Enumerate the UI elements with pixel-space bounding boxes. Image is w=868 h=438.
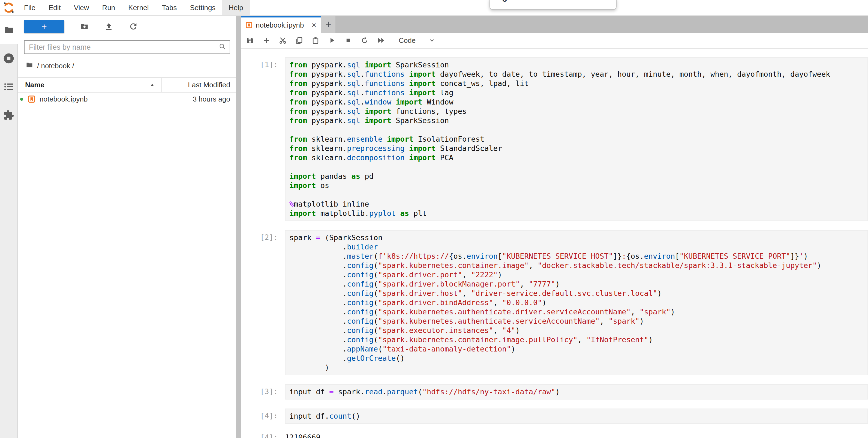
code-line: from pyspark.sql.window import Window	[289, 97, 867, 107]
code-line: .config("spark.kubernetes.container.imag…	[289, 335, 867, 344]
paste-icon[interactable]	[311, 36, 319, 45]
code-line: .config("spark.driver.port", "2222")	[289, 270, 867, 280]
save-icon[interactable]	[246, 36, 254, 45]
panel-splitter[interactable]	[236, 16, 241, 438]
breadcrumb-path[interactable]: / notebook /	[37, 62, 74, 70]
code-line: .config("spark.driver.bindAddress", "0.0…	[289, 298, 867, 307]
refresh-icon[interactable]	[129, 22, 138, 31]
code-line: from pyspark.sql.functions import lag	[289, 88, 867, 97]
upload-icon[interactable]	[104, 22, 114, 31]
column-header-modified[interactable]: Last Modified	[162, 81, 236, 89]
tab-close-icon[interactable]: ×	[311, 21, 316, 29]
code-line: from sklearn.decomposition import PCA	[289, 153, 867, 163]
insert-icon[interactable]	[262, 36, 271, 45]
menu-item-tabs[interactable]: Tabs	[155, 0, 183, 15]
input-prompt: [1]:	[241, 57, 285, 221]
file-browser-actions	[64, 22, 138, 31]
app-logo-icon	[0, 0, 18, 15]
restart-icon[interactable]	[361, 36, 369, 45]
code-line: import pandas as pd	[289, 172, 867, 181]
code-line	[289, 190, 867, 200]
notebook-file-icon	[28, 95, 36, 103]
code-line: from sklearn.preprocessing import Standa…	[289, 144, 867, 153]
code-line: from pyspark.sql import functions, types	[289, 107, 867, 116]
menu-item-file[interactable]: File	[18, 0, 42, 15]
popup-domain-text: github.com	[502, 0, 549, 2]
code-line: spark = (SparkSession	[289, 233, 867, 242]
menu-item-settings[interactable]: Settings	[183, 0, 222, 15]
cell-editor[interactable]: input_df = spark.read.parquet("hdfs://hd…	[285, 384, 868, 400]
code-cell: [3]:input_df = spark.read.parquet("hdfs:…	[241, 384, 868, 400]
sort-ascending-icon	[149, 82, 155, 88]
file-modified: 3 hours ago	[193, 95, 236, 104]
code-line: from pyspark.sql import SparkSession	[289, 116, 867, 125]
output-text: 12106669	[285, 430, 320, 438]
tab-title: notebook.ipynb	[256, 21, 308, 29]
menu-item-view[interactable]: View	[67, 0, 96, 15]
cell-editor[interactable]: from pyspark.sql import SparkSessionfrom…	[285, 57, 868, 221]
running-icon[interactable]	[3, 52, 15, 64]
cell-type-label: Code	[399, 36, 415, 45]
code-line: .config("spark.kubernetes.authenticate.d…	[289, 307, 867, 317]
menu-item-help[interactable]: Help	[222, 0, 250, 15]
new-folder-icon[interactable]	[80, 22, 89, 31]
code-line: %matplotlib inline	[289, 200, 867, 209]
search-icon	[219, 43, 226, 52]
plus-icon: +	[41, 22, 47, 31]
new-tab-button[interactable]: +	[321, 16, 335, 33]
code-line	[289, 125, 867, 135]
code-line: from pyspark.sql.functions import concat…	[289, 79, 867, 88]
notebook-scroll-area: [1]:from pyspark.sql import SparkSession…	[241, 49, 868, 438]
copy-icon[interactable]	[295, 36, 303, 45]
notebook-toolbar: Code	[241, 33, 868, 49]
file-listing: Name Last Modified notebook.ipynb3 hours…	[18, 77, 236, 106]
cell-editor[interactable]: spark = (SparkSession .builder .master(f…	[285, 230, 868, 375]
code-line: from sklearn.ensemble import IsolationFo…	[289, 135, 867, 144]
activity-bar-section	[0, 44, 18, 438]
code-line: .appName("taxi-data-anomaly-detection")	[289, 344, 867, 354]
run-all-icon[interactable]	[377, 36, 385, 45]
file-row[interactable]: notebook.ipynb3 hours ago	[18, 92, 236, 106]
file-rows: notebook.ipynb3 hours ago	[18, 92, 236, 106]
code-line: .master(f'k8s://https://{os.environ["KUB…	[289, 252, 867, 261]
menu-item-edit[interactable]: Edit	[42, 0, 67, 15]
code-line: )	[289, 363, 867, 372]
file-name: notebook.ipynb	[39, 95, 193, 104]
input-prompt: [3]:	[241, 384, 285, 400]
application-shell: + / notebook /	[0, 16, 868, 438]
browser-permission-popup: github.com	[490, 0, 617, 10]
code-line: import matplotlib.pyplot as plt	[289, 209, 867, 218]
notebook-file-icon	[245, 22, 252, 29]
cell-output: [4]:12106669	[241, 430, 868, 438]
filter-files-input[interactable]	[28, 43, 219, 52]
output-prompt: [4]:	[241, 430, 285, 438]
jupyterlab-window: FileEditViewRunKernelTabsSettingsHelp gi…	[0, 0, 868, 438]
menu-item-run[interactable]: Run	[96, 0, 122, 15]
kernel-running-dot	[20, 98, 23, 101]
activity-bar	[0, 16, 18, 438]
menu-item-kernel[interactable]: Kernel	[122, 0, 155, 15]
cut-icon[interactable]	[279, 36, 287, 45]
filter-box	[24, 40, 230, 54]
notebook-toolbar-icons	[246, 36, 385, 45]
code-line: .config("spark.kubernetes.container.imag…	[289, 261, 867, 270]
code-line: from pyspark.sql import SparkSession	[289, 60, 867, 69]
column-header-name[interactable]: Name	[18, 81, 161, 89]
home-folder-icon[interactable]	[26, 61, 33, 71]
code-line: input_df.count()	[289, 411, 867, 421]
tab-notebook[interactable]: notebook.ipynb ×	[241, 16, 321, 33]
new-launcher-button[interactable]: +	[24, 20, 64, 33]
activity-bar-active-section	[0, 16, 18, 44]
input-prompt: [2]:	[241, 230, 285, 375]
toc-icon[interactable]	[3, 81, 15, 93]
code-line: .config("spark.executor.instances", "4")	[289, 326, 867, 335]
cell-type-dropdown[interactable]: Code	[399, 36, 435, 45]
files-icon[interactable]	[3, 24, 15, 36]
stop-icon[interactable]	[344, 36, 352, 45]
run-icon[interactable]	[328, 36, 336, 45]
code-line: .builder	[289, 242, 867, 252]
cell-editor[interactable]: input_df.count()	[285, 409, 868, 424]
code-cell: [4]:input_df.count()	[241, 409, 868, 424]
extensions-icon[interactable]	[3, 109, 15, 121]
breadcrumb[interactable]: / notebook /	[26, 61, 236, 71]
